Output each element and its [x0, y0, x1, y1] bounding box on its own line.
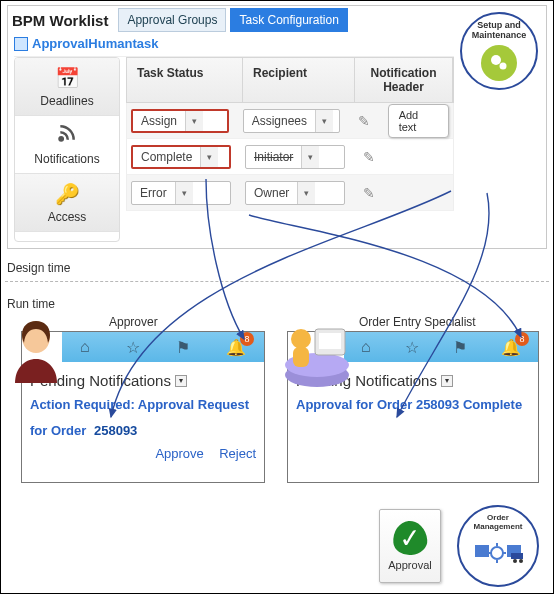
key-icon: 🔑	[55, 182, 80, 206]
chevron-down-icon: ▾	[315, 110, 333, 132]
order-id: 258093	[94, 423, 137, 438]
svg-point-1	[500, 62, 507, 69]
role-label-order-entry-specialist: Order Entry Specialist	[359, 315, 476, 329]
tab-approval-groups[interactable]: Approval Groups	[118, 8, 226, 32]
svg-point-2	[60, 137, 63, 140]
flag-icon[interactable]: ⚑	[176, 338, 190, 357]
grid-row: Complete ▾ Initiator ▾ ✎	[126, 139, 454, 175]
select-value: Initiator	[246, 150, 301, 164]
sidebar-item-deadlines[interactable]: 📅 Deadlines	[15, 58, 119, 116]
sidebar-item-access[interactable]: 🔑 Access	[15, 174, 119, 232]
column-header-recipient: Recipient	[243, 58, 355, 102]
svg-point-13	[519, 559, 523, 563]
svg-point-0	[491, 55, 501, 65]
gear-icon	[481, 45, 517, 81]
setup-maintenance-label: Setup and Maintenance	[472, 21, 527, 41]
svg-point-14	[491, 547, 503, 559]
task-status-select-complete[interactable]: Complete ▾	[131, 145, 231, 169]
add-text-button[interactable]: Add text	[388, 104, 449, 138]
run-time-label: Run time	[7, 297, 55, 311]
edit-pencil-icon[interactable]: ✎	[357, 185, 381, 201]
task-status-select-assign[interactable]: Assign ▾	[131, 109, 229, 133]
edit-pencil-icon[interactable]: ✎	[352, 113, 375, 129]
bell-icon[interactable]: 🔔 8	[226, 338, 246, 357]
chevron-down-icon: ▾	[297, 182, 315, 204]
star-icon[interactable]: ☆	[126, 338, 140, 357]
chevron-down-icon: ▾	[175, 182, 193, 204]
notification-line1[interactable]: Action Required: Approval Request	[30, 395, 256, 415]
recipient-select-owner[interactable]: Owner ▾	[245, 181, 345, 205]
notification-badge: 8	[240, 332, 254, 346]
select-value: Owner	[246, 186, 297, 200]
chevron-down-icon: ▾	[200, 147, 218, 167]
setup-and-maintenance-icon[interactable]: Setup and Maintenance	[460, 12, 538, 90]
checkmark-icon: ✓	[392, 520, 429, 557]
edit-pencil-icon[interactable]: ✎	[357, 149, 381, 165]
approval-label: Approval	[388, 559, 431, 571]
svg-point-12	[513, 559, 517, 563]
config-sidebar: 📅 Deadlines Notifications 🔑 Access	[14, 57, 120, 242]
select-value: Assign	[133, 114, 185, 128]
task-status-select-error[interactable]: Error ▾	[131, 181, 231, 205]
approve-link[interactable]: Approve	[155, 446, 203, 461]
svg-point-5	[291, 329, 311, 349]
reject-link[interactable]: Reject	[219, 446, 256, 461]
notification-line2-prefix: for Order	[30, 423, 86, 438]
order-management-icon[interactable]: Order Management	[457, 505, 539, 587]
order-management-label: Order Management	[474, 513, 523, 531]
recipient-select-initiator[interactable]: Initiator ▾	[245, 145, 345, 169]
grid-row: Error ▾ Owner ▾ ✎	[126, 175, 454, 211]
notification-grid: Task Status Recipient Notification Heade…	[126, 57, 454, 211]
column-header-task-status: Task Status	[127, 58, 243, 102]
worklist-label: BPM Worklist	[12, 12, 108, 29]
svg-rect-6	[293, 347, 309, 367]
column-header-notification-header: Notification Header	[355, 58, 453, 102]
select-value: Error	[132, 186, 175, 200]
grid-row: Assign ▾ Assignees ▾ ✎ Add text	[126, 103, 454, 139]
select-value: Complete	[133, 150, 200, 164]
chevron-down-icon: ▾	[301, 146, 319, 168]
section-divider	[5, 281, 549, 282]
sidebar-item-label: Deadlines	[40, 94, 93, 108]
bell-icon[interactable]: 🔔 8	[501, 338, 521, 357]
calendar-icon: 📅	[55, 66, 80, 90]
specialist-avatar	[279, 317, 349, 381]
svg-rect-9	[475, 545, 489, 557]
design-time-panel: BPM Worklist Approval Groups Task Config…	[7, 5, 547, 249]
task-name: ApprovalHumantask	[32, 36, 158, 51]
design-time-label: Design time	[7, 261, 70, 275]
tab-task-configuration[interactable]: Task Configuration	[230, 8, 347, 32]
home-icon[interactable]: ⌂	[361, 338, 371, 356]
sidebar-item-label: Notifications	[34, 152, 99, 166]
rss-icon	[57, 123, 77, 148]
svg-rect-8	[319, 333, 341, 349]
task-icon	[14, 37, 28, 51]
flag-icon[interactable]: ⚑	[453, 338, 467, 357]
star-icon[interactable]: ☆	[405, 338, 419, 357]
dropdown-icon[interactable]: ▾	[441, 375, 453, 387]
notification-text[interactable]: Approval for Order 258093 Complete	[296, 395, 530, 415]
sidebar-item-label: Access	[48, 210, 87, 224]
role-label-approver: Approver	[109, 315, 158, 329]
approval-icon-box[interactable]: ✓ Approval	[379, 509, 441, 583]
sidebar-item-notifications[interactable]: Notifications	[15, 116, 119, 174]
dropdown-icon[interactable]: ▾	[175, 375, 187, 387]
notification-badge: 8	[515, 332, 529, 346]
home-icon[interactable]: ⌂	[80, 338, 90, 356]
approver-avatar	[9, 319, 63, 383]
select-value: Assignees	[244, 114, 315, 128]
svg-rect-11	[511, 553, 523, 559]
chevron-down-icon: ▾	[185, 111, 203, 131]
recipient-select-assignees[interactable]: Assignees ▾	[243, 109, 341, 133]
